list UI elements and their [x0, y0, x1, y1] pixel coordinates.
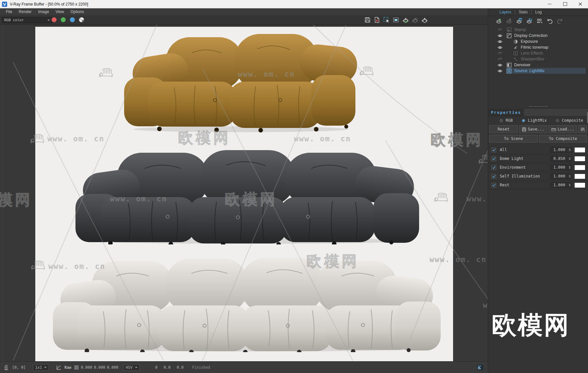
- load-button[interactable]: Load...: [548, 125, 577, 133]
- lightmix-value-input[interactable]: 1.000: [550, 182, 572, 188]
- save-image-button[interactable]: [363, 16, 371, 23]
- layer-label: Exposure: [521, 39, 538, 44]
- green-channel-button[interactable]: [61, 17, 66, 22]
- channel-select-value: RGB color: [4, 18, 24, 22]
- layer-row-sharpen-blur[interactable]: Sharpen/Blur: [488, 56, 588, 62]
- blue-channel-button[interactable]: [70, 17, 75, 22]
- layer-options-list-icon[interactable]: [536, 18, 543, 24]
- red-channel-button[interactable]: [52, 17, 57, 22]
- tab-layers[interactable]: Layers: [496, 10, 515, 14]
- visibility-on-icon[interactable]: [497, 69, 503, 73]
- raw-b-value: 0.000: [105, 365, 118, 370]
- lightmix-value-input[interactable]: 1.000: [550, 174, 572, 179]
- spinner-icon[interactable]: [569, 166, 571, 169]
- visibility-on-icon[interactable]: [497, 46, 503, 49]
- pixel-ratio-select[interactable]: 1x1: [33, 364, 49, 371]
- visibility-on-icon[interactable]: [497, 63, 503, 67]
- raw-color-swatch: [74, 365, 79, 370]
- visibility-off-icon[interactable]: [497, 57, 503, 61]
- divider: [29, 364, 30, 371]
- lightmix-list: All 1.000 Dome Light 0.850 Environment: [488, 146, 588, 190]
- spinner-icon[interactable]: [569, 148, 571, 151]
- checkbox-checked-icon[interactable]: [491, 183, 496, 188]
- visibility-off-icon[interactable]: [497, 28, 503, 32]
- menu-file[interactable]: File: [3, 9, 15, 15]
- mono-channel-button[interactable]: [79, 17, 84, 22]
- window-controls: [542, 0, 588, 8]
- layer-row-exposure[interactable]: Exposure: [488, 39, 588, 44]
- reset-button[interactable]: Reset: [489, 125, 518, 133]
- lightmix-row-all: All 1.000: [488, 146, 588, 154]
- delete-image-button[interactable]: [373, 16, 381, 23]
- close-button[interactable]: [573, 0, 588, 8]
- checkbox-checked-icon[interactable]: [491, 148, 496, 152]
- menu-image[interactable]: Image: [35, 9, 52, 15]
- lightmix-value-input[interactable]: 0.850: [550, 156, 572, 162]
- color-swatch[interactable]: [574, 174, 585, 179]
- spinner-icon[interactable]: [569, 184, 571, 186]
- lightmix-menu-button[interactable]: [578, 125, 587, 133]
- layer-row-source-lightmix[interactable]: Source: LightMix: [488, 68, 588, 74]
- save-button[interactable]: Save...: [519, 125, 547, 133]
- load-layer-tree-button[interactable]: [526, 18, 533, 24]
- tab-log[interactable]: Log: [531, 10, 545, 14]
- spinner-icon[interactable]: [569, 175, 571, 178]
- layer-row-filmic-tonemap[interactable]: Filmic tonemap: [488, 44, 588, 50]
- spinner-icon[interactable]: [569, 157, 571, 160]
- color-curve-icon: [56, 365, 61, 370]
- menu-options[interactable]: Options: [67, 9, 87, 15]
- layer-row-lens-effects[interactable]: Lens Effects: [488, 50, 588, 56]
- stamp-layer-icon: [507, 27, 512, 32]
- show-corrections-button[interactable]: [392, 16, 400, 23]
- layer-row-display-correction[interactable]: Display Correction: [488, 33, 588, 39]
- interactive-render-teapot-button[interactable]: [420, 16, 428, 23]
- minimize-button[interactable]: [542, 0, 557, 8]
- render-camera-teapot-button[interactable]: [411, 16, 419, 23]
- to-scene-button[interactable]: To Scene: [489, 135, 538, 143]
- render-view[interactable]: [35, 27, 453, 361]
- save-layer-tree-button[interactable]: [515, 18, 523, 24]
- region-render-button[interactable]: [382, 16, 390, 23]
- checkbox-checked-icon[interactable]: [491, 174, 496, 179]
- window-title: V-Ray Frame Buffer - [50.0% of 2750 x 22…: [10, 2, 88, 7]
- raw-label: Raw: [64, 365, 71, 370]
- lightmix-value-input[interactable]: 1.000: [550, 147, 572, 153]
- layer-row-stamp[interactable]: Stamp: [488, 27, 588, 33]
- layer-label: Filmic tonemap: [521, 45, 548, 50]
- menu-render[interactable]: Render: [15, 9, 35, 15]
- mode-composite[interactable]: Composite: [555, 118, 583, 123]
- mode-lightmix[interactable]: LightMix: [521, 118, 547, 123]
- to-composite-button[interactable]: To Composite: [539, 135, 587, 143]
- redo-icon[interactable]: [556, 18, 564, 24]
- color-swatch[interactable]: [574, 182, 585, 188]
- raw-g-value: 0.000: [92, 365, 105, 370]
- panel-splitter-handle[interactable]: [488, 106, 588, 107]
- left-gutter-line: [3, 24, 3, 361]
- render-last-teapot-button[interactable]: [401, 16, 409, 23]
- delete-layer-button[interactable]: [505, 18, 513, 24]
- visibility-on-icon[interactable]: [497, 40, 503, 43]
- checkbox-checked-icon[interactable]: [491, 156, 496, 161]
- menu-view[interactable]: View: [52, 9, 67, 15]
- channel-select-dropdown[interactable]: RGB color: [2, 17, 52, 23]
- visibility-on-icon[interactable]: [497, 34, 503, 38]
- undo-icon[interactable]: [546, 18, 553, 24]
- lightmix-value-input[interactable]: 1.000: [550, 165, 572, 170]
- pixel-probe-lock-icon[interactable]: [4, 365, 9, 370]
- add-layer-button[interactable]: [495, 18, 503, 24]
- radio-icon[interactable]: [499, 118, 503, 123]
- color-swatch[interactable]: [574, 147, 585, 153]
- checkbox-checked-icon[interactable]: [491, 165, 496, 170]
- panel-tabs: Layers Stats Log: [488, 8, 588, 16]
- color-mode-select[interactable]: HSV: [123, 364, 140, 371]
- color-swatch[interactable]: [574, 156, 585, 162]
- radio-selected-icon[interactable]: [521, 118, 526, 123]
- stamp-editor-icon[interactable]: [477, 365, 483, 370]
- color-swatch[interactable]: [574, 165, 585, 170]
- visibility-off-icon[interactable]: [497, 52, 503, 55]
- tab-stats[interactable]: Stats: [515, 10, 531, 14]
- mode-rgb[interactable]: RGB: [499, 118, 513, 123]
- radio-icon[interactable]: [555, 118, 560, 123]
- layer-row-denoiser[interactable]: Denoiser: [488, 62, 588, 68]
- maximize-button[interactable]: [557, 0, 573, 8]
